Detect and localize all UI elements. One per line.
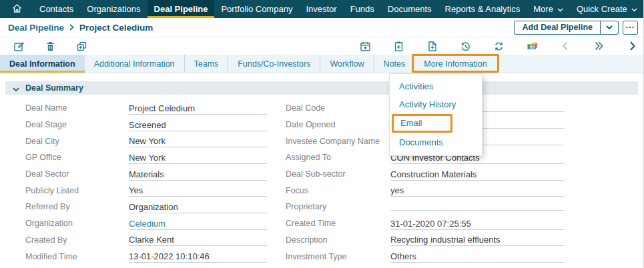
- field-row: Publicly Listed Yes Focus yes: [0, 182, 643, 199]
- field-value-proprietary[interactable]: [390, 200, 564, 211]
- nav-label: Reports & Analytics: [445, 4, 521, 14]
- field-value-description[interactable]: Recycling industrial effluents: [390, 235, 564, 246]
- field-row: Modified Time 13-01-2022 10:10:46 Invest…: [0, 248, 643, 265]
- chevron-left-icon[interactable]: [560, 41, 571, 52]
- chevron-down-icon: [631, 4, 637, 14]
- nav-label: Portfolio Company: [221, 4, 292, 14]
- record-actions: Add Deal Pipeline ...: [514, 21, 638, 35]
- google-news-icon[interactable]: [527, 41, 538, 52]
- field-value-focus[interactable]: yes: [390, 185, 564, 197]
- field-row: Deal City New York Investee Company Name: [0, 133, 643, 149]
- nav-item-investor[interactable]: Investor: [299, 0, 343, 18]
- field-label: Deal City: [25, 137, 129, 146]
- field-row: Deal Name Project Celedium Deal Code: [0, 100, 643, 117]
- breadcrumb-row: Deal Pipeline Project Celedium Add Deal …: [0, 18, 643, 37]
- tab-additional-information[interactable]: Additional Information: [85, 55, 184, 73]
- field-label: Organization: [25, 219, 129, 228]
- field-value-deal-sub-sector[interactable]: Construction Materials: [390, 169, 564, 181]
- menu-item-activities[interactable]: Activities: [390, 77, 482, 95]
- field-label: Created Time: [286, 219, 390, 228]
- field-value-organization-link[interactable]: Celedium: [129, 219, 267, 230]
- field-row: Deal Sector Materials Deal Sub-sector Co…: [0, 166, 643, 183]
- field-value-deal-city[interactable]: New York: [129, 136, 267, 147]
- nav-item-contacts[interactable]: Contacts: [33, 0, 80, 18]
- toolbar-left-group: [13, 41, 87, 52]
- field-value-referred-by[interactable]: Organization: [129, 202, 267, 213]
- field-label: Modified Time: [25, 252, 129, 261]
- field-label: Focus: [286, 186, 390, 195]
- field-label: Deal Code: [286, 103, 390, 113]
- chevron-right-icon[interactable]: [627, 41, 638, 52]
- field-label: Proprietary: [286, 202, 390, 211]
- nav-item-organizations[interactable]: Organizations: [80, 0, 147, 18]
- nav-item-documents[interactable]: Documents: [381, 0, 438, 18]
- field-label: Investee Company Name: [286, 137, 390, 146]
- more-actions-button[interactable]: ...: [623, 21, 638, 35]
- nav-item-portfolio-company[interactable]: Portfolio Company: [214, 0, 299, 18]
- tab-label: Funds/Co-Investors: [238, 59, 310, 69]
- field-label: Assigned To: [286, 153, 390, 162]
- add-deal-pipeline-dropdown-toggle[interactable]: [600, 21, 618, 34]
- task-add-icon[interactable]: [393, 41, 404, 52]
- nav-label: More: [533, 4, 553, 14]
- deal-summary-section-header[interactable]: Deal Summary: [5, 81, 638, 95]
- tab-more-information[interactable]: More Information: [414, 55, 496, 73]
- field-value-created-by[interactable]: Clarke Kent: [129, 235, 267, 246]
- menu-label: Activities: [399, 81, 433, 91]
- tab-label: More Information: [424, 59, 487, 69]
- field-row: Created By Clarke Kent Description Recyc…: [0, 232, 643, 249]
- double-chevron-right-icon[interactable]: [593, 41, 605, 52]
- nav-item-deal-pipeline[interactable]: Deal Pipeline: [147, 0, 215, 18]
- edit-icon[interactable]: [13, 41, 25, 52]
- file-add-icon[interactable]: [426, 41, 438, 52]
- field-label: Referred By: [25, 202, 129, 211]
- field-label: Date Opened: [286, 120, 390, 129]
- deal-pipeline-page: Contacts Organizations Deal Pipeline Por…: [0, 0, 644, 268]
- field-label: Description: [286, 235, 390, 245]
- field-value-deal-sector[interactable]: Materials: [129, 169, 267, 181]
- sync-icon[interactable]: [493, 41, 505, 52]
- menu-item-email[interactable]: Email: [390, 113, 482, 133]
- chevron-down-icon: [557, 4, 563, 14]
- nav-label: Investor: [306, 4, 336, 14]
- nav-item-quick-create[interactable]: Quick Create: [570, 0, 644, 18]
- tab-teams[interactable]: Teams: [184, 55, 228, 73]
- duplicate-icon[interactable]: [76, 41, 87, 52]
- field-value-deal-name[interactable]: Project Celedium: [129, 103, 267, 115]
- breadcrumb-section[interactable]: Deal Pipeline: [8, 23, 64, 33]
- field-value-investment-type[interactable]: Others: [390, 251, 564, 263]
- record-toolbar: [0, 37, 643, 55]
- add-deal-pipeline-button[interactable]: Add Deal Pipeline: [514, 21, 619, 35]
- nav-item-reports-analytics[interactable]: Reports & Analytics: [438, 0, 527, 18]
- menu-item-activity-history[interactable]: Activity History: [390, 95, 482, 113]
- tab-funds-co-investors[interactable]: Funds/Co-Investors: [228, 55, 320, 73]
- chevron-down-icon: [13, 82, 19, 94]
- field-label: Deal Sector: [25, 169, 129, 179]
- field-row: Deal Stage Screened Date Opened: [0, 117, 643, 133]
- field-label: Publicly Listed: [25, 186, 129, 195]
- field-label: Created By: [25, 235, 129, 245]
- tab-deal-information[interactable]: Deal Information: [0, 55, 85, 73]
- tab-workflow[interactable]: Workflow: [320, 55, 373, 73]
- field-value-created-time[interactable]: 31-01-2020 07:25:55: [390, 219, 564, 230]
- more-information-menu: Activities Activity History Email Docume…: [389, 73, 482, 156]
- section-title: Deal Summary: [25, 83, 83, 93]
- menu-label: Activity History: [399, 99, 456, 109]
- menu-label: Email: [400, 118, 422, 128]
- delete-icon[interactable]: [45, 41, 56, 52]
- field-row: Referred By Organization Proprietary: [0, 199, 643, 215]
- field-value-modified-time[interactable]: 13-01-2022 10:10:46: [129, 251, 267, 263]
- tab-notes[interactable]: Notes: [374, 55, 415, 73]
- menu-item-documents[interactable]: Documents: [390, 133, 482, 151]
- chevron-right-icon: [69, 24, 74, 31]
- nav-item-funds[interactable]: Funds: [344, 0, 381, 18]
- nav-item-more[interactable]: More: [527, 0, 570, 18]
- field-label: GP Office: [25, 153, 129, 162]
- history-icon[interactable]: [460, 41, 471, 52]
- field-value-deal-stage[interactable]: Screened: [129, 120, 267, 131]
- home-nav-button[interactable]: [0, 0, 33, 18]
- field-value-gp-office[interactable]: New York: [129, 153, 267, 164]
- field-value-publicly-listed[interactable]: Yes: [129, 185, 267, 197]
- calendar-add-icon[interactable]: [360, 41, 371, 52]
- nav-label: Quick Create: [577, 4, 627, 14]
